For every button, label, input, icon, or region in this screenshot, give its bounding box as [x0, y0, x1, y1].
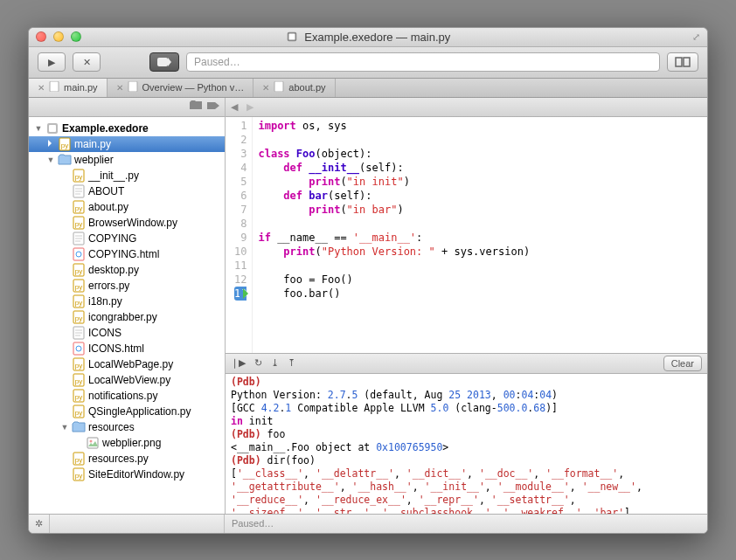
line-number[interactable]: 1 [234, 119, 246, 133]
titlebar[interactable]: Example.exedore — main.py ⤢ [29, 28, 707, 47]
tag-icon[interactable] [207, 100, 219, 113]
tree-item-label: __init__.py [88, 169, 139, 182]
code-line[interactable]: print("in bar") [258, 203, 530, 217]
status-field[interactable]: Paused… [186, 52, 660, 72]
tree-item[interactable]: COPYING.html [29, 246, 225, 262]
code-line[interactable]: import os, sys [258, 119, 530, 133]
zoom-window-button[interactable] [71, 31, 81, 42]
line-number[interactable]: 11 [234, 259, 246, 273]
continue-button[interactable]: ❘▶ [231, 357, 246, 369]
disclosure-icon[interactable]: ▼ [46, 156, 55, 164]
code-line[interactable] [258, 259, 530, 273]
svg-rect-51 [87, 438, 98, 448]
code-editor[interactable]: 12345678910111213 import os, sys class F… [226, 117, 707, 353]
tree-item-label: COPYING [88, 232, 136, 245]
line-number[interactable]: 6 [234, 189, 246, 203]
tab-label: Overview — Python v… [142, 82, 245, 93]
code-line[interactable] [258, 133, 530, 147]
tree-item[interactable]: pySiteEditorWindow.py [29, 467, 225, 482]
tree-root[interactable]: ▼ Example.exedore [29, 121, 225, 136]
console-line: '__sizeof__', '__str__', '__subclasshook… [231, 507, 702, 514]
step-out-button[interactable]: ⤒ [288, 357, 295, 369]
stop-button[interactable]: ✕ [73, 52, 101, 72]
line-number[interactable]: 7 [234, 203, 246, 217]
tree-item[interactable]: ▼webplier [29, 152, 225, 168]
line-number[interactable]: 8 [234, 217, 246, 231]
tree-item[interactable]: webplier.png [29, 435, 225, 451]
tree-item[interactable]: pyLocalWebPage.py [29, 356, 225, 372]
tree-item[interactable]: pynotifications.py [29, 388, 225, 404]
line-number[interactable]: 5 [234, 175, 246, 189]
line-number[interactable]: 9 [234, 231, 246, 245]
svg-rect-6 [274, 81, 283, 92]
tree-item-label: ICONS.html [88, 342, 144, 355]
nav-back-icon[interactable]: ◀ [231, 101, 238, 113]
close-window-button[interactable] [36, 31, 46, 42]
tree-item[interactable]: ICONS.html [29, 341, 225, 356]
restart-button[interactable]: ↻ [254, 357, 262, 369]
line-number[interactable]: 4 [234, 161, 246, 175]
code-line[interactable]: print("Python Version: " + sys.version) [258, 245, 530, 259]
console-line: (Pdb) [231, 376, 702, 389]
py-icon: py [72, 279, 86, 293]
tree-item[interactable]: COPYING [29, 231, 225, 246]
disclosure-icon[interactable]: ▼ [60, 423, 69, 432]
step-over-button[interactable]: ⤓ [271, 357, 279, 369]
close-tab-icon[interactable]: ✕ [38, 83, 45, 93]
settings-gear-icon[interactable]: ✲ [29, 515, 50, 533]
run-button[interactable]: ▶ [38, 52, 66, 72]
tree-item[interactable]: pyBrowserWindow.py [29, 215, 225, 231]
library-button[interactable] [667, 52, 698, 72]
breakpoints-button[interactable] [149, 52, 179, 72]
code-line[interactable]: foo = Foo() [258, 273, 530, 287]
folder-icon[interactable] [190, 100, 202, 113]
disclosure-icon[interactable]: ▼ [34, 124, 43, 133]
tree-item-label: webplier.png [102, 437, 161, 449]
tab[interactable]: ✕about.py [253, 79, 335, 97]
svg-text:py: py [75, 220, 82, 228]
tree-item-label: i18n.py [88, 295, 122, 308]
tree-item[interactable]: pyerrors.py [29, 278, 225, 294]
debug-console[interactable]: (Pdb)Python Version: 2.7.5 (default, Aug… [226, 374, 707, 514]
line-number[interactable]: 12 [234, 273, 246, 287]
tree-item[interactable]: ▼resources [29, 419, 225, 435]
code-line[interactable]: foo.bar() [258, 287, 530, 301]
fullscreen-icon[interactable]: ⤢ [692, 31, 700, 43]
tree-item[interactable]: pyLocalWebView.py [29, 372, 225, 388]
line-number[interactable]: 10 [234, 245, 246, 259]
disclosure-icon[interactable] [46, 140, 55, 149]
tab[interactable]: ✕main.py [29, 79, 108, 97]
tree-item[interactable]: py__init__.py [29, 168, 225, 183]
close-tab-icon[interactable]: ✕ [262, 83, 269, 93]
tree-item[interactable]: pyicongrabber.py [29, 309, 225, 325]
tree-item[interactable]: pyi18n.py [29, 294, 225, 309]
tree-item[interactable]: ICONS [29, 325, 225, 341]
code-line[interactable]: def __init__(self): [258, 161, 530, 175]
py-icon: py [58, 137, 72, 151]
close-tab-icon[interactable]: ✕ [116, 83, 123, 93]
code-line[interactable] [258, 217, 530, 231]
code-line[interactable]: def bar(self): [258, 189, 530, 203]
tree-item[interactable]: pyQSingleApplication.py [29, 404, 225, 419]
tab-bar: ✕main.py✕Overview — Python v…✕about.py [29, 79, 707, 98]
tree-item[interactable]: pyresources.py [29, 451, 225, 467]
code-content[interactable]: import os, sys class Foo(object): def __… [253, 117, 535, 353]
console-line: <__main__.Foo object at 0x100765950> [231, 441, 702, 454]
code-line[interactable]: print("in init") [258, 175, 530, 189]
tree-item[interactable]: pymain.py [29, 136, 225, 152]
clear-button[interactable]: Clear [663, 356, 702, 371]
code-line[interactable]: class Foo(object): [258, 147, 530, 161]
tree-item[interactable]: pyabout.py [29, 199, 225, 215]
line-number[interactable]: 2 [234, 133, 246, 147]
minimize-window-button[interactable] [53, 31, 64, 42]
tree-item[interactable]: ABOUT [29, 183, 225, 199]
tab[interactable]: ✕Overview — Python v… [108, 79, 254, 97]
nav-forward-icon[interactable]: ▶ [246, 101, 253, 113]
line-number[interactable]: 3 [234, 147, 246, 161]
line-gutter[interactable]: 12345678910111213 [226, 117, 253, 353]
line-number[interactable]: 13 [234, 287, 246, 301]
file-tree[interactable]: ▼ Example.exedore pymain.py▼webplierpy__… [29, 117, 225, 514]
tree-item[interactable]: pydesktop.py [29, 262, 225, 278]
svg-text:py: py [75, 409, 82, 417]
code-line[interactable]: if __name__ == '__main__': [258, 231, 530, 245]
